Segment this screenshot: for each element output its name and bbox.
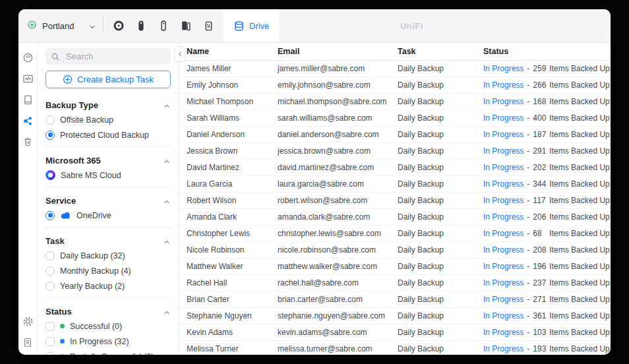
status-in-progress-link[interactable]: In Progress (483, 64, 524, 73)
tab-drive[interactable]: Drive (224, 9, 279, 42)
status-in-progress-link[interactable]: In Progress (483, 196, 524, 205)
status-items-suffix: Items Backed Up (549, 344, 609, 353)
storage-icon[interactable] (22, 94, 34, 106)
cell-name: Kevin Adams (187, 328, 278, 337)
settings-gear-icon[interactable] (22, 316, 34, 327)
status-items-suffix: Items Backed Up (549, 245, 609, 255)
table-row[interactable]: Sarah Williams sarah.williams@sabre.com … (179, 110, 611, 127)
section-title: Service (45, 196, 76, 206)
table-row[interactable]: Michael Thompson michael.thompson@sabre.… (179, 94, 611, 110)
status-in-progress-link[interactable]: In Progress (483, 245, 524, 255)
cell-task: Daily Backup (398, 262, 483, 271)
access-icon[interactable] (152, 9, 175, 42)
table-row[interactable]: Jessica Brown jessica.brown@sabre.com Da… (179, 143, 611, 160)
radio-yearly-backup[interactable]: Yearly Backup (2) (45, 278, 171, 293)
search-box[interactable] (45, 48, 171, 65)
radio-control-selected[interactable] (45, 131, 55, 140)
cell-task: Daily Backup (398, 179, 483, 189)
filter-panel: Create Backup Task Backup Type Offsite B… (38, 43, 179, 355)
create-backup-task-button[interactable]: Create Backup Task (45, 71, 171, 88)
backup-sharing-icon[interactable] (22, 115, 34, 127)
status-in-progress-link[interactable]: In Progress (483, 97, 524, 106)
radio-control-selected[interactable] (45, 211, 55, 220)
chevron-up-icon[interactable] (163, 101, 171, 109)
status-in-progress-link[interactable]: In Progress (483, 278, 524, 288)
radio-control[interactable] (45, 251, 55, 260)
status-items-count: 117 (533, 196, 549, 205)
radio-daily-backup[interactable]: Daily Backup (32) (45, 248, 171, 263)
status-in-progress-link[interactable]: In Progress (483, 344, 524, 353)
talk-icon[interactable] (130, 9, 152, 42)
cell-task: Daily Backup (398, 97, 483, 106)
status-in-progress-link[interactable]: In Progress (483, 179, 524, 189)
chevron-up-icon[interactable] (163, 237, 171, 245)
status-items-suffix: Items Backed Up (549, 278, 609, 288)
activity-icon[interactable] (22, 73, 34, 84)
chevron-up-icon[interactable] (163, 156, 171, 164)
radio-offsite-backup[interactable]: Offsite Backup (45, 112, 171, 127)
innerspace-icon[interactable] (197, 9, 220, 42)
status-in-progress-link[interactable]: In Progress (483, 295, 524, 304)
table-row[interactable]: Laura Garcia laura.garcia@sabre.com Dail… (179, 176, 611, 193)
table-row[interactable]: Robert Wilson robert.wilson@sabre.com Da… (179, 193, 611, 209)
radio-protected-cloud-backup[interactable]: Protected Cloud Backup (45, 127, 171, 142)
status-dot-in-progress (60, 339, 65, 344)
collapse-panel-button[interactable] (174, 46, 185, 62)
checkbox-partially-successful[interactable]: Partially Successful (0) (45, 349, 171, 355)
cell-email: matthew.walker@sabre.com (278, 262, 398, 271)
table-row[interactable]: Stephanie Nguyen stephanie.nguyen@sabre.… (179, 308, 611, 324)
table-row[interactable]: Kevin Adams kevin.adams@sabre.com Daily … (179, 324, 611, 341)
logs-icon[interactable] (22, 337, 33, 348)
cell-email: brian.carter@sabre.com (278, 295, 398, 304)
table-row[interactable]: Nicole Robinson nicole.robinson@sabre.co… (179, 242, 611, 258)
overview-icon[interactable] (22, 52, 34, 63)
checkbox-control[interactable] (45, 322, 55, 331)
status-in-progress-link[interactable]: In Progress (483, 113, 524, 123)
item-sabre-ms-cloud[interactable]: Sabre MS Cloud (45, 167, 171, 183)
table-row[interactable]: Emily Johnson emily.johnson@sabre.com Da… (179, 77, 611, 94)
cell-task: Daily Backup (398, 130, 483, 139)
radio-onedrive[interactable]: OneDrive (45, 208, 171, 223)
radio-control[interactable] (45, 282, 55, 291)
backup-table: Name Email Task Status James Miller jame… (179, 43, 611, 355)
status-in-progress-link[interactable]: In Progress (483, 146, 524, 156)
status-items-count: 193 (533, 344, 549, 353)
option-label: OneDrive (76, 211, 111, 220)
chevron-up-icon[interactable] (163, 307, 171, 315)
chevron-up-icon[interactable] (163, 197, 171, 204)
status-items-suffix: Items Backed Up (549, 97, 609, 106)
status-in-progress-link[interactable]: In Progress (483, 80, 524, 90)
radio-monthly-backup[interactable]: Monthly Backup (4) (45, 263, 171, 278)
status-in-progress-link[interactable]: In Progress (483, 212, 524, 222)
table-row[interactable]: David Martinez david.martinez@sabre.com … (179, 160, 611, 176)
status-dash: - (527, 311, 529, 320)
status-dash: - (527, 278, 529, 288)
cell-status: In Progress - 259 Items Backed Up (483, 64, 611, 73)
checkbox-control[interactable] (45, 337, 55, 346)
status-in-progress-link[interactable]: In Progress (483, 163, 524, 172)
table-row[interactable]: Melissa Turner melissa.turner@sabre.com … (179, 341, 611, 355)
checkbox-in-progress[interactable]: In Progress (32) (45, 334, 171, 349)
radio-control[interactable] (45, 115, 55, 125)
protect-icon[interactable] (107, 9, 130, 42)
site-selector[interactable]: Portland (18, 9, 103, 42)
connect-icon[interactable] (175, 9, 197, 42)
table-row[interactable]: Amanda Clark amanda.clark@sabre.com Dail… (179, 209, 611, 226)
checkbox-control[interactable] (45, 352, 55, 355)
status-in-progress-link[interactable]: In Progress (483, 130, 524, 139)
status-in-progress-link[interactable]: In Progress (483, 262, 524, 271)
status-in-progress-link[interactable]: In Progress (483, 328, 524, 337)
status-in-progress-link[interactable]: In Progress (483, 229, 524, 238)
cell-status: In Progress - 266 Items Backed Up (483, 80, 611, 90)
table-row[interactable]: Matthew Walker matthew.walker@sabre.com … (179, 258, 611, 275)
trash-icon[interactable] (22, 136, 33, 148)
checkbox-successful[interactable]: Successful (0) (45, 318, 171, 334)
table-row[interactable]: Christopher Lewis christopher.lewis@sabr… (179, 226, 611, 242)
table-row[interactable]: Rachel Hall rachel.hall@sabre.com Daily … (179, 275, 611, 291)
table-row[interactable]: James Miller james.miller@sabre.com Dail… (179, 61, 611, 77)
table-row[interactable]: Daniel Anderson daniel.anderson@sabre.co… (179, 127, 611, 143)
table-row[interactable]: Brian Carter brian.carter@sabre.com Dail… (179, 291, 611, 308)
search-input[interactable] (65, 51, 165, 62)
radio-control[interactable] (45, 266, 55, 276)
status-in-progress-link[interactable]: In Progress (483, 311, 524, 320)
